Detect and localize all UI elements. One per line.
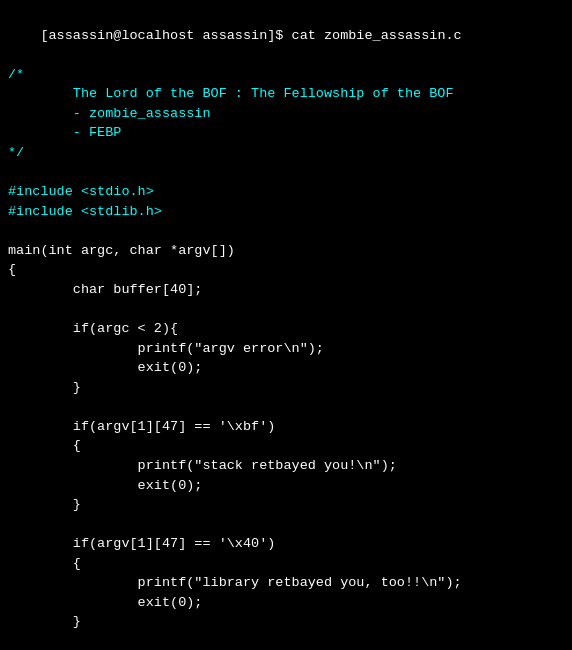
open-brace-1: { [8, 260, 564, 280]
if-xbf: if(argv[1][47] == '\xbf') [8, 417, 564, 437]
char-buffer: char buffer[40]; [8, 280, 564, 300]
printf-stack: printf("stack retbayed you!\n"); [8, 456, 564, 476]
if-argc: if(argc < 2){ [8, 319, 564, 339]
close-brace-3: } [8, 612, 564, 632]
close-brace-1: } [8, 378, 564, 398]
exit-3: exit(0); [8, 593, 564, 613]
open-brace-3: { [8, 554, 564, 574]
printf-library: printf("library retbayed you, too!!\n"); [8, 573, 564, 593]
blank-4 [8, 397, 564, 417]
terminal: [assassin@localhost assassin]$ cat zombi… [0, 0, 572, 650]
code-line-1: /* [8, 65, 564, 85]
blank-2 [8, 221, 564, 241]
exit-2: exit(0); [8, 476, 564, 496]
blank-3 [8, 299, 564, 319]
code-line-5: */ [8, 143, 564, 163]
code-line-4: - FEBP [8, 123, 564, 143]
blank-1 [8, 163, 564, 183]
close-brace-2: } [8, 495, 564, 515]
open-brace-2: { [8, 436, 564, 456]
command-text: cat zombie_assassin.c [292, 28, 462, 43]
include-2: #include <stdlib.h> [8, 202, 564, 222]
code-line-2: The Lord of the BOF : The Fellowship of … [8, 84, 564, 104]
main-sig: main(int argc, char *argv[]) [8, 241, 564, 261]
exit-1: exit(0); [8, 358, 564, 378]
command-line: [assassin@localhost assassin]$ cat zombi… [8, 6, 564, 65]
blank-6 [8, 632, 564, 650]
printf-argv: printf("argv error\n"); [8, 339, 564, 359]
prompt: [assassin@localhost assassin]$ [40, 28, 291, 43]
code-line-3: - zombie_assassin [8, 104, 564, 124]
include-1: #include <stdio.h> [8, 182, 564, 202]
blank-5 [8, 515, 564, 535]
if-x40: if(argv[1][47] == '\x40') [8, 534, 564, 554]
